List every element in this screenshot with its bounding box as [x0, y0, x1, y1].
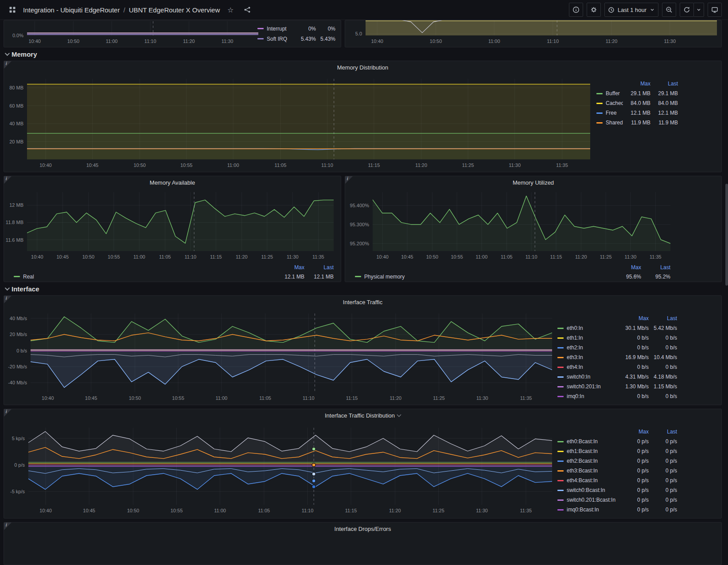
legend-series-label[interactable]: Shared	[596, 120, 623, 126]
legend-sort-max[interactable]: Max	[618, 315, 649, 321]
svg-text:10:55: 10:55	[172, 395, 184, 401]
legend-series-label[interactable]: eth3:Bcast:In	[557, 468, 618, 474]
panel-memory-utilized: i Memory Utilized 10:4010:4510:5010:5511…	[345, 176, 722, 282]
legend-last-value: 4.18 Mb/s	[649, 374, 677, 380]
legend-series-label[interactable]: Real	[14, 274, 266, 280]
panel-title[interactable]: Memory Utilized	[345, 176, 721, 189]
dashboard-content: 10:4010:5011:0011:1011:2011:300.0% Inter…	[0, 20, 725, 565]
series-color-swatch	[257, 38, 264, 39]
interface-traffic-chart[interactable]: 10:4010:4510:5010:5511:0011:0511:1011:15…	[4, 308, 557, 405]
panel-title[interactable]: Interface Traffic Distribution	[4, 409, 721, 422]
svg-text:11:30: 11:30	[476, 508, 488, 513]
legend-item: switch0.201:Bcast:In0 p/s0 p/s	[557, 495, 677, 505]
legend-series-label[interactable]: eth4:Bcast:In	[557, 477, 618, 484]
panel-title[interactable]: Memory Available	[4, 176, 341, 189]
legend-series-label[interactable]: Soft IRQ	[257, 36, 295, 42]
legend-last-value: 0 p/s	[649, 487, 677, 493]
chart-canvas: 10:4010:4510:5010:5511:0011:0511:1011:15…	[4, 422, 557, 518]
legend-sort-max[interactable]: Max	[623, 81, 650, 87]
legend-sort-last[interactable]: Last	[641, 264, 670, 271]
svg-text:11:20: 11:20	[389, 508, 401, 513]
star-icon[interactable]: ☆	[224, 4, 237, 16]
refresh-interval-dropdown[interactable]	[693, 3, 704, 17]
legend-sort-last[interactable]: Last	[650, 81, 678, 87]
scrollbar-thumb[interactable]	[725, 184, 728, 286]
scrollbar[interactable]	[725, 20, 728, 565]
panel-title[interactable]: Interface Drops/Errors	[4, 522, 721, 535]
breadcrumb-dashboard[interactable]: UBNT EdgeRouter X Overview	[129, 6, 220, 14]
memory-distribution-legend: MaxLastBuffer29.1 MB29.1 MBCached84.0 MB…	[596, 74, 721, 172]
legend-series-label[interactable]: Cached	[596, 100, 623, 106]
legend-sort-max[interactable]: Max	[603, 264, 641, 271]
memory-utilized-legend: MaxLastPhysical memory95.6%95.2%	[345, 263, 721, 282]
legend-sort-last[interactable]: Last	[649, 429, 677, 435]
legend-series-label[interactable]: Free	[596, 110, 623, 116]
legend-last-value: 0 p/s	[649, 507, 677, 513]
svg-text:-20 Mb/s: -20 Mb/s	[8, 364, 27, 369]
legend-series-label[interactable]: Physical memory	[355, 274, 603, 280]
svg-text:10:45: 10:45	[83, 508, 95, 513]
legend-series-label[interactable]: eth2:Bcast:In	[557, 458, 618, 464]
memory-utilized-chart[interactable]: 10:4010:4510:5010:5511:0011:0511:1011:15…	[345, 189, 721, 263]
section-row-interface[interactable]: Interface	[4, 282, 722, 295]
panel-info-icon[interactable]: i	[4, 61, 14, 71]
legend-series-label[interactable]: eth3:In	[557, 354, 618, 360]
legend-series-label[interactable]: Interrupt	[257, 26, 295, 32]
svg-text:11:20: 11:20	[606, 39, 618, 44]
svg-text:0.0%: 0.0%	[12, 33, 23, 38]
svg-text:10:55: 10:55	[171, 508, 183, 513]
load-chart[interactable]: 10:4010:5011:0011:1011:2011:305.0	[345, 20, 721, 47]
magnifier-minus-icon	[666, 6, 673, 13]
panel-title[interactable]: Interface Traffic	[4, 296, 721, 308]
legend-item: switch0:In4.31 Mb/s4.18 Mb/s	[557, 372, 677, 382]
svg-text:11:35: 11:35	[650, 254, 662, 259]
panel-title[interactable]: Memory Distribution	[4, 61, 721, 74]
legend-series-label[interactable]: eth1:Bcast:In	[557, 448, 618, 454]
legend-series-label[interactable]: imq0:In	[557, 393, 618, 399]
breadcrumb-folder[interactable]: Integration - Ubiquiti EdgeRouter	[23, 6, 120, 14]
legend-series-label[interactable]: switch0.201:Bcast:In	[557, 497, 618, 503]
zoom-out-button[interactable]	[662, 3, 676, 17]
panel-info-icon[interactable]: i	[4, 522, 14, 532]
legend-series-label[interactable]: eth0:Bcast:In	[557, 438, 618, 445]
memory-distribution-chart[interactable]: 10:4010:4510:5010:5511:0011:0511:1011:15…	[4, 74, 596, 172]
legend-series-label[interactable]: switch0.201:In	[557, 383, 618, 390]
dashboard-settings-gear-icon[interactable]	[587, 3, 601, 17]
memory-available-chart[interactable]: 10:4010:4510:5010:5511:0011:0511:1011:15…	[4, 189, 341, 263]
info-button[interactable]	[569, 3, 583, 17]
legend-series-label[interactable]: eth0:In	[557, 325, 618, 331]
refresh-button[interactable]	[680, 3, 694, 17]
svg-text:11:15: 11:15	[345, 508, 357, 513]
svg-text:11:20: 11:20	[575, 254, 587, 259]
legend-sort-max[interactable]: Max	[618, 429, 649, 435]
legend-series-label[interactable]: eth4:In	[557, 364, 618, 370]
svg-text:11:10: 11:10	[321, 163, 333, 168]
legend-sort-max[interactable]: Max	[266, 264, 304, 271]
legend-series-label[interactable]: switch0:In	[557, 374, 618, 380]
series-color-swatch	[596, 112, 603, 114]
legend-sort-last[interactable]: Last	[649, 315, 677, 321]
panel-info-icon[interactable]: i	[4, 296, 14, 306]
share-icon[interactable]	[241, 4, 253, 16]
svg-text:10:55: 10:55	[451, 254, 463, 259]
interface-traffic-distribution-chart[interactable]: 10:4010:4510:5010:5511:0011:0511:1011:15…	[4, 422, 557, 518]
svg-text:11:00: 11:00	[106, 39, 118, 44]
svg-text:10:45: 10:45	[57, 254, 69, 259]
legend-series-label[interactable]: eth1:In	[557, 335, 618, 341]
time-range-picker[interactable]: Last 1 hour	[604, 3, 658, 17]
panel-memory-available: i Memory Available 10:4010:4510:5010:551…	[4, 176, 341, 282]
legend-sort-last[interactable]: Last	[304, 264, 334, 271]
panel-info-icon[interactable]: i	[4, 176, 14, 186]
panel-info-icon[interactable]: i	[345, 176, 355, 186]
legend-item: Physical memory95.6%95.2%	[355, 272, 670, 281]
legend-series-label[interactable]: switch0:Bcast:In	[557, 487, 618, 493]
section-row-memory[interactable]: Memory	[4, 47, 722, 61]
cycle-view-mode-button[interactable]	[708, 3, 722, 17]
legend-item: Soft IRQ5.43%5.43%	[257, 34, 335, 44]
legend-series-label[interactable]: eth2:In	[557, 344, 618, 351]
legend-series-label[interactable]: imq0:Bcast:In	[557, 507, 618, 513]
dashboards-grid-icon[interactable]	[6, 4, 19, 16]
series-color-swatch	[557, 451, 564, 452]
legend-series-label[interactable]: Buffer	[596, 90, 623, 97]
panel-info-icon[interactable]: i	[4, 409, 14, 419]
